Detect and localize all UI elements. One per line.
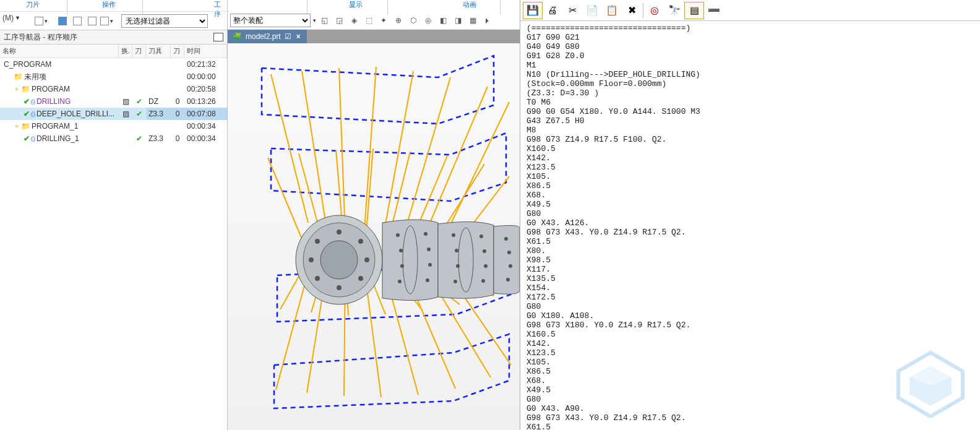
tree-cell [119, 120, 132, 132]
program-navigator-pane: 刀片 操作 工序 (M) ▼ ▾ ▾ 无选择过滤器 工序导航器 - 程序顺序 名… [0, 0, 228, 430]
svg-point-45 [396, 233, 400, 237]
col-name[interactable]: 名称 [0, 45, 119, 58]
tree-row[interactable]: C_PROGRAM00:21:32 [0, 58, 227, 71]
tree-cell [146, 58, 171, 71]
tree-name-cell: C_PROGRAM [0, 58, 119, 71]
svg-point-49 [424, 232, 428, 236]
svg-point-46 [399, 249, 403, 252]
delete-icon[interactable]: ✖ [622, 2, 642, 19]
tree-row[interactable]: 📁未用项00:00:00 [0, 71, 227, 83]
tree-name-cell: ⚬📁PROGRAM_1 [0, 120, 119, 132]
vp-icon-7[interactable]: ⬡ [406, 14, 420, 27]
tree-row[interactable]: ⚬📁PROGRAM00:20:58 [0, 83, 227, 95]
toolbar-icon-4[interactable] [85, 14, 99, 28]
copy-icon[interactable]: 📄 [582, 2, 602, 19]
program-tree[interactable]: C_PROGRAM00:21:32📁未用项00:00:00⚬📁PROGRAM00… [0, 58, 227, 430]
paste-icon[interactable]: 📋 [602, 2, 622, 19]
minimize-icon[interactable]: ➖ [704, 2, 724, 19]
col-time[interactable]: 时间 [184, 45, 227, 58]
tree-cell [171, 83, 184, 95]
svg-point-52 [426, 278, 429, 282]
svg-point-37 [364, 257, 369, 262]
viewport-tab-bar: 🧩 model2.prt ☑ × [228, 30, 520, 43]
vp-icon-9[interactable]: ◧ [436, 14, 450, 27]
vp-icon-1[interactable]: ◱ [317, 14, 331, 27]
pane-menu-icon[interactable] [213, 33, 223, 41]
svg-point-59 [484, 264, 488, 268]
svg-point-47 [400, 264, 404, 268]
tree-cell [146, 120, 171, 132]
tree-cell [132, 120, 146, 132]
ribbon-tab-tool[interactable]: 刀片 [26, 0, 40, 9]
svg-point-54 [455, 249, 458, 252]
tree-cell: 00:00:00 [184, 71, 227, 83]
tree-cell: 00:07:08 [184, 108, 227, 120]
tree-cell [171, 71, 184, 83]
tree-row[interactable]: ✔⎙DRILLING_1✔Z3.3000:00:34 [0, 132, 227, 145]
tree-row[interactable]: ⚬📁PROGRAM_100:00:34 [0, 120, 227, 132]
tree-cell: 0 [171, 95, 184, 108]
vp-icon-11[interactable]: ▦ [466, 14, 479, 27]
ribbon-tab-anim[interactable]: 动画 [463, 0, 476, 9]
tree-cell: 00:20:58 [184, 83, 227, 95]
svg-point-41 [309, 257, 314, 262]
tab-close-icon[interactable]: × [295, 32, 302, 41]
tab-modified-icon: ☑ [285, 32, 291, 41]
svg-point-53 [452, 233, 455, 237]
binoculars-icon[interactable]: 🔭 [664, 2, 684, 19]
tree-cell [171, 58, 184, 71]
tree-row[interactable]: ✔⎙DEEP_HOLE_DRILLI...▨✔Z3.3000:07:08 [0, 108, 227, 120]
vp-icon-10[interactable]: ◨ [451, 14, 465, 27]
vp-icon-3[interactable]: ◈ [347, 14, 361, 27]
vp-icon-8[interactable]: ◎ [421, 14, 435, 27]
assembly-caret-icon: ▾ [313, 17, 316, 24]
left-toolbar: ▾ ▾ 无选择过滤器 [0, 11, 227, 30]
svg-point-50 [427, 247, 431, 251]
tree-cell: 00:21:32 [184, 58, 227, 71]
viewport-tab-model2[interactable]: 🧩 model2.prt ☑ × [228, 30, 307, 43]
assembly-select[interactable]: 整个装配 [230, 14, 311, 27]
filter-select[interactable]: 无选择过滤器 [121, 14, 208, 28]
target-icon[interactable]: ◎ [645, 2, 664, 19]
editor-icon[interactable]: ▤ [684, 2, 704, 19]
gcode-toolbar: 💾 🖨 ✂ 📄 📋 ✖ ◎ 🔭 ▤ ➖ [520, 0, 980, 21]
svg-point-64 [506, 278, 510, 282]
tree-header: 名称 换. 刀 刀具 刀 时间 [0, 45, 227, 58]
print-icon[interactable]: 🖨 [543, 2, 562, 19]
tree-cell: 0 [171, 132, 184, 145]
save-icon[interactable]: 💾 [523, 2, 543, 19]
viewport-3d[interactable] [228, 43, 520, 430]
col-swap[interactable]: 换. [119, 45, 132, 58]
tree-cell [171, 120, 184, 132]
ribbon-tab-display[interactable]: 显示 [349, 0, 363, 9]
col-tool2[interactable]: 刀 [171, 45, 184, 58]
toolbar-icon-5[interactable]: ▾ [100, 14, 120, 28]
tree-cell: Z3.3 [146, 132, 171, 145]
toolbar-icon-2[interactable] [56, 14, 69, 28]
vp-icon-2[interactable]: ◲ [332, 14, 346, 27]
vp-icon-5[interactable]: ✦ [377, 14, 390, 27]
gcode-pane: 💾 🖨 ✂ 📄 📋 ✖ ◎ 🔭 ▤ ➖ (===================… [520, 0, 980, 430]
svg-point-39 [337, 285, 342, 290]
col-tool-sym[interactable]: 刀 [132, 45, 146, 58]
vp-icon-6[interactable]: ⊕ [392, 14, 405, 27]
tree-cell [119, 71, 132, 83]
toolbar-icon-3[interactable] [71, 14, 84, 28]
cut-icon[interactable]: ✂ [562, 2, 582, 19]
tree-row[interactable]: ✔⎙DRILLING▨✔DZ000:13:26 [0, 95, 227, 108]
svg-point-56 [453, 280, 457, 283]
vp-icon-12[interactable]: ⏵ [481, 14, 494, 27]
logo-watermark [893, 350, 968, 418]
navigator-title-bar: 工序导航器 - 程序顺序 [0, 30, 227, 45]
vp-icon-4[interactable]: ⬚ [362, 14, 376, 27]
center-toolbar: 整个装配 ▾ ◱ ◲ ◈ ⬚ ✦ ⊕ ⬡ ◎ ◧ ◨ ▦ ⏵ [228, 11, 520, 30]
toolbar-separator [643, 3, 643, 18]
tree-cell [132, 58, 146, 71]
tree-cell: 0 [171, 108, 184, 120]
ribbon-tab-ops[interactable]: 操作 [102, 0, 116, 9]
tree-cell [119, 83, 132, 95]
col-tool[interactable]: 刀具 [146, 45, 171, 58]
toolbar-icon-1[interactable]: ▾ [35, 14, 54, 28]
tree-cell [146, 83, 171, 95]
tree-cell [119, 58, 132, 71]
